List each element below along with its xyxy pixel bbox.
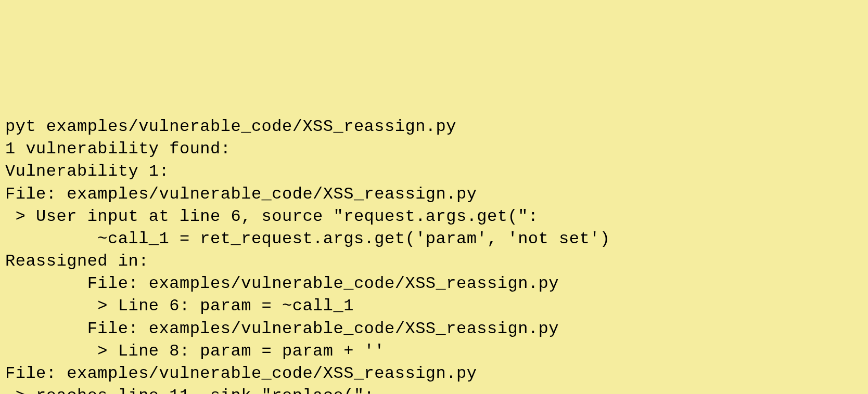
- terminal-line: Reassigned in:: [5, 252, 149, 271]
- terminal-line: > reaches line 11, sink "replace(":: [5, 386, 374, 394]
- terminal-line: Vulnerability 1:: [5, 162, 169, 181]
- terminal-line: pyt examples/vulnerable_code/XSS_reassig…: [5, 117, 456, 136]
- terminal-line: > Line 8: param = param + '': [5, 342, 385, 361]
- terminal-line: > Line 6: param = ~call_1: [5, 296, 354, 316]
- terminal-line: 1 vulnerability found:: [5, 139, 231, 159]
- terminal-line: File: examples/vulnerable_code/XSS_reass…: [5, 364, 477, 383]
- terminal-output: pyt examples/vulnerable_code/XSS_reassig…: [5, 93, 863, 394]
- terminal-line: File: examples/vulnerable_code/XSS_reass…: [5, 185, 477, 204]
- terminal-line: > User input at line 6, source "request.…: [5, 207, 539, 226]
- terminal-line: ~call_1 = ret_request.args.get('param', …: [5, 229, 610, 248]
- terminal-line: File: examples/vulnerable_code/XSS_reass…: [5, 274, 559, 293]
- terminal-line: File: examples/vulnerable_code/XSS_reass…: [5, 319, 559, 338]
